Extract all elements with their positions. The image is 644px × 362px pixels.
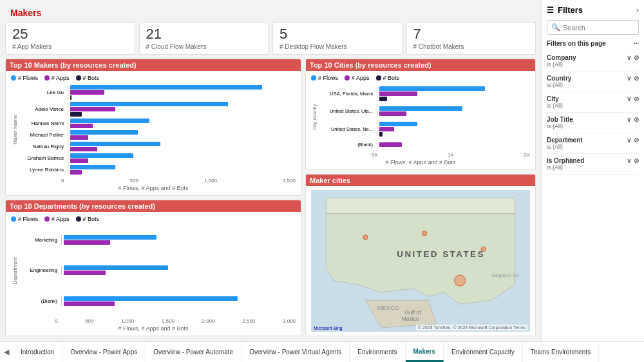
filter-item-department: Department ∨ ⊘ is (All) (547, 133, 639, 154)
filter-icon: ☰ (547, 6, 554, 15)
filter-item-jobtitle: Job Title ∨ ⊘ is (All) (547, 113, 639, 133)
nav-prev[interactable]: ◀ (0, 342, 13, 362)
dept-row-2: (Blank) (19, 296, 296, 306)
filter-clear-country[interactable]: ⊘ (634, 75, 639, 82)
filter-clear-department[interactable]: ⊘ (634, 137, 639, 144)
top-departments-title: Top 10 Departments (by resources created… (6, 200, 301, 212)
bing-logo: Microsoft Bing (314, 326, 342, 330)
maker-row-0: Lee Gu (19, 85, 296, 100)
filter-clear-orphaned[interactable]: ⊘ (634, 157, 639, 164)
city-x-label: # Flows, # Apps and # Bots (311, 159, 530, 166)
tab-environments[interactable]: Environments (350, 342, 405, 362)
kpi-label-app-makers: # App Makers (12, 43, 128, 50)
dept-y-axis-label: Department (11, 225, 19, 316)
filters-expand-icon[interactable]: › (636, 6, 639, 15)
maker-cities-map: Maker cities (305, 174, 536, 336)
filter-item-orphaned: Is Orphaned ∨ ⊘ is (All) (547, 154, 639, 175)
makers-x-label: # Flows, # Apps and # Bots (11, 185, 296, 191)
kpi-label-chatbot-makers: # Chatbot Makers (413, 43, 529, 50)
filter-search-box[interactable]: 🔍 (547, 20, 639, 35)
tab-introduction[interactable]: Introduction (13, 342, 62, 362)
legend-flows: # Flows (11, 75, 38, 81)
makers-x-ticks: 0 500 1,000 1,500 (11, 178, 296, 184)
filter-chevron-country[interactable]: ∨ (627, 75, 631, 82)
tab-overview-power-virtual-agents[interactable]: Overview - Power Virtual Agents (242, 342, 350, 362)
city-row-3: (Blank) (318, 142, 530, 148)
city-row-2: United States, Ne... (318, 122, 530, 137)
kpi-value-desktop-makers: 5 (279, 26, 395, 42)
top-makers-chart: Top 10 Makers (by resources created) # F… (5, 59, 301, 195)
bottom-nav: ◀ Introduction Overview - Power Apps Ove… (0, 341, 644, 362)
maker-row-6: Lynne Robbins (19, 165, 296, 175)
filter-item-country: Country ∨ ⊘ is (All) (547, 71, 639, 92)
kpi-value-app-makers: 25 (12, 26, 128, 42)
tab-makers[interactable]: Makers (406, 342, 444, 362)
filter-item-city: City ∨ ⊘ is (All) (547, 92, 639, 113)
dept-x-label: # Flows, # Apps and # Bots (11, 325, 296, 332)
app-container: Makers 25 # App Makers 21 # Cloud Flow M… (0, 0, 644, 362)
dept-legend-flows: # Flows (11, 216, 38, 222)
svg-point-9 (481, 247, 486, 251)
svg-text:Mexico: Mexico (402, 316, 419, 322)
kpi-card-app-makers: 25 # App Makers (5, 22, 135, 55)
svg-text:UNITED STATES: UNITED STATES (397, 249, 485, 259)
svg-text:Gulf of: Gulf of (405, 309, 422, 316)
filters-on-page-label: Filters on this page (547, 40, 606, 47)
city-y-axis-label: City, Country (311, 84, 318, 150)
svg-point-8 (422, 231, 426, 235)
city-x-ticks: 0K 1K 2K (311, 152, 530, 158)
dept-x-ticks: 0 500 1,000 1,500 2,000 2,500 3,000 (11, 318, 296, 324)
map-svg: Gulf of Mexico Sargasso Se... MEXICO UNI… (311, 190, 530, 332)
filters-more-icon[interactable]: ··· (634, 40, 639, 47)
city-legend-bots: # Bots (376, 75, 400, 81)
maker-row-5: Graham Barnes (19, 153, 296, 163)
filter-chevron-company[interactable]: ∨ (627, 54, 631, 61)
dept-legend-apps: # Apps (44, 216, 70, 222)
filter-chevron-city[interactable]: ∨ (627, 95, 631, 102)
filter-clear-jobtitle[interactable]: ⊘ (634, 116, 639, 123)
dept-row-1: Engineering (19, 265, 296, 275)
maker-row-4: Nathan Rigby (19, 142, 296, 151)
tab-teams-environments[interactable]: Teams Environments (523, 342, 599, 362)
kpi-card-desktop-makers: 5 # Desktop Flow Makers (272, 22, 402, 55)
filter-item-company: Company ∨ ⊘ is (All) (547, 51, 639, 71)
makers-y-axis-label: Maker Name (11, 84, 19, 175)
svg-text:Sargasso Se...: Sargasso Se... (491, 272, 522, 278)
top-makers-title: Top 10 Makers (by resources created) (6, 59, 301, 71)
kpi-value-chatbot-makers: 7 (413, 26, 529, 42)
maker-row-3: Michael Peltier (19, 130, 296, 140)
svg-point-6 (455, 275, 466, 286)
map-credit: © 2023 TomTom; © 2023 Microsoft Corporat… (416, 325, 527, 330)
legend-bots: # Bots (76, 75, 100, 81)
filter-clear-city[interactable]: ⊘ (634, 95, 639, 102)
maker-row-1: Adele Vance (19, 102, 296, 117)
city-row-0: USA, Florida, Miami (318, 86, 530, 101)
filter-clear-company[interactable]: ⊘ (634, 54, 639, 61)
filter-search-input[interactable] (563, 24, 634, 32)
filters-panel: ☰ Filters › 🔍 Filters on this page ··· C… (541, 0, 644, 341)
kpi-value-cloud-makers: 21 (146, 26, 262, 42)
top-departments-chart: Top 10 Departments (by resources created… (5, 200, 301, 336)
search-icon: 🔍 (551, 23, 560, 32)
svg-text:MEXICO: MEXICO (377, 305, 399, 311)
svg-point-7 (363, 235, 368, 240)
city-legend-flows: # Flows (311, 75, 338, 81)
filter-chevron-orphaned[interactable]: ∨ (627, 157, 631, 164)
filter-chevron-jobtitle[interactable]: ∨ (627, 116, 631, 123)
kpi-card-chatbot-makers: 7 # Chatbot Makers (406, 22, 536, 55)
filter-chevron-department[interactable]: ∨ (627, 137, 631, 144)
filters-title: ☰ Filters (547, 5, 583, 15)
legend-apps: # Apps (44, 75, 70, 81)
kpi-row: 25 # App Makers 21 # Cloud Flow Makers 5… (5, 22, 536, 55)
tab-overview-power-automate[interactable]: Overview - Power Automate (146, 342, 242, 362)
kpi-label-desktop-makers: # Desktop Flow Makers (279, 43, 395, 50)
tab-overview-power-apps[interactable]: Overview - Power Apps (62, 342, 146, 362)
tab-environment-capacity[interactable]: Environment Capacity (444, 342, 523, 362)
kpi-card-cloud-makers: 21 # Cloud Flow Makers (139, 22, 269, 55)
maker-row-2: Hannes Niemi (19, 119, 296, 128)
top-cities-title: Top 10 Cities (by resources created) (306, 59, 535, 71)
kpi-label-cloud-makers: # Cloud Flow Makers (146, 43, 262, 50)
dept-row-0: Marketing (19, 235, 296, 245)
maker-cities-title: Maker cities (306, 175, 535, 186)
page-title: Makers (5, 5, 536, 18)
